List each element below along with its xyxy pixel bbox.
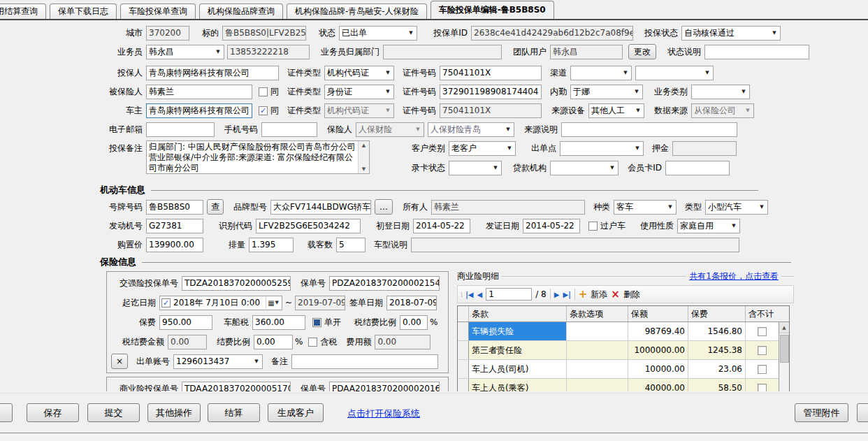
nodeduct-checkbox[interactable] (758, 327, 767, 336)
chevron-down-icon[interactable]: ▼ (702, 66, 713, 80)
nodeduct-checkbox[interactable] (758, 384, 767, 392)
model-ellipsis-button[interactable]: … (375, 199, 393, 215)
comp-tax-field[interactable]: 360.00 (252, 315, 305, 330)
submit-button[interactable]: 提交 (87, 403, 140, 422)
transfer-checkbox[interactable] (588, 222, 598, 231)
insured-cert-type-select[interactable]: 身份证▼ (324, 85, 394, 99)
issue-point-select[interactable]: ▼ (560, 141, 644, 156)
settle-button[interactable]: 结算 (208, 403, 260, 422)
cert-date-field[interactable]: 2014-05-22 (523, 219, 580, 233)
save-button[interactable]: 保存 (27, 403, 79, 422)
partial-right-button[interactable] (857, 403, 868, 422)
add-icon[interactable]: + (579, 290, 588, 298)
tab-policy-download-log[interactable]: 保单下载日志 (50, 3, 117, 19)
col-amount[interactable]: 保额 (628, 306, 688, 321)
amount-cell[interactable]: 10000.00 (628, 360, 688, 378)
comm-appno-field[interactable]: TDAA201837020000517010 (182, 382, 291, 392)
fee-ratio-field[interactable]: 0.00 (254, 335, 293, 349)
owner-field[interactable]: 青岛康特网络科技有限公司 (146, 103, 252, 118)
account-select[interactable]: 1296013437▼ (173, 354, 263, 369)
chevron-down-icon[interactable]: ▼ (251, 355, 262, 368)
card-status-select[interactable]: ▼ (449, 161, 502, 175)
nav-prev-button[interactable]: ◀ (477, 291, 483, 298)
insured-same-checkbox[interactable] (259, 87, 268, 96)
clause-cell[interactable]: 车辆损失险 (469, 322, 567, 340)
chevron-down-icon[interactable]: ▼ (769, 27, 780, 40)
tab-brand-query[interactable]: 机构保险品牌查询 (199, 3, 283, 19)
displacement-field[interactable]: 1.395 (249, 238, 294, 252)
insured-field[interactable]: 韩素兰 (146, 85, 252, 99)
first-reg-field[interactable]: 2014-05-22 (413, 219, 470, 233)
close-button[interactable]: × (111, 354, 128, 369)
premium-cell[interactable]: 1245.38 (688, 341, 746, 359)
chevron-down-icon[interactable]: ▼ (382, 66, 393, 80)
chevron-down-icon[interactable]: ▼ (490, 161, 501, 175)
price-field[interactable]: 139900.00 (146, 238, 203, 252)
add-button[interactable]: 新添 (591, 289, 607, 301)
nav-last-button[interactable]: ▶| (563, 291, 570, 298)
chevron-down-icon[interactable]: ▼ (631, 85, 642, 99)
member-id-field[interactable] (665, 161, 730, 175)
scroll-down-icon[interactable]: ▼ (362, 165, 366, 173)
tab-brand-picc[interactable]: 机构保险品牌-青岛融安-人保财险 (287, 3, 427, 19)
plate-field[interactable]: 鲁B5B8S0 (146, 200, 203, 215)
chevron-down-icon[interactable]: ▼ (212, 45, 224, 59)
source-note-field[interactable] (561, 122, 737, 137)
row-selector[interactable] (458, 360, 469, 378)
delete-icon[interactable]: × (611, 290, 620, 298)
status-note-field[interactable] (704, 45, 809, 59)
applicant-field[interactable]: 青岛康特网络科技有限公司 (146, 66, 279, 80)
row-selector[interactable] (458, 379, 469, 391)
comp-policyno-field[interactable]: PDZA201837020000215438 (329, 276, 440, 291)
option-cell[interactable] (567, 322, 628, 340)
remark-scrollbar[interactable]: ▲ ▼ (358, 141, 369, 173)
clause-cell[interactable]: 车上人员(司机) (469, 360, 567, 378)
chevron-down-icon[interactable]: ▼ (504, 142, 515, 155)
chevron-down-icon[interactable]: ▼ (620, 66, 631, 80)
chevron-down-icon[interactable]: ▼ (607, 161, 618, 175)
other-actions-button[interactable]: 其他操作 (147, 403, 201, 422)
comp-appno-field[interactable]: TDZA201837020000525987 (182, 276, 291, 291)
app-status-select[interactable]: 自动核保通过▼ (681, 26, 781, 41)
vin-field[interactable]: LFV2B25G6E5034242 (256, 219, 361, 233)
scrollbar-thumb[interactable] (780, 335, 789, 363)
option-cell[interactable] (567, 341, 628, 359)
option-cell[interactable] (567, 379, 628, 391)
nav-next-button[interactable]: ▶ (554, 291, 560, 298)
kind-select[interactable]: 客车▼ (614, 200, 677, 215)
owner-same-checkbox[interactable]: ✓ (259, 106, 268, 115)
comp-premium-field[interactable]: 950.00 (159, 315, 212, 330)
type-select[interactable]: 小型汽车▼ (705, 200, 768, 215)
premium-cell[interactable]: 23.06 (688, 360, 746, 378)
tab-settlement-query[interactable]: 用结算查询 (0, 3, 46, 19)
tab-application-query[interactable]: 车险投保单查询 (120, 3, 196, 19)
row-selector[interactable] (458, 341, 469, 359)
table-row[interactable]: 车上人员(司机) 10000.00 23.06 (458, 360, 779, 379)
loan-org-select[interactable]: ▼ (550, 161, 619, 175)
seats-field[interactable]: 5 (336, 238, 366, 252)
customer-type-select[interactable]: 老客户▼ (449, 141, 516, 156)
with-tax-checkbox[interactable] (308, 338, 317, 347)
mobile-field[interactable] (261, 122, 317, 137)
nodeduct-checkbox[interactable] (758, 365, 767, 374)
applicant-cert-type-select[interactable]: 机构代码证▼ (324, 66, 394, 80)
calendar-dropdown-button[interactable]: ▦▼ (266, 297, 280, 309)
separate-checkbox[interactable] (312, 318, 321, 327)
chevron-down-icon[interactable]: ▼ (405, 27, 417, 40)
delete-button[interactable]: 删除 (623, 289, 640, 301)
amount-cell[interactable]: 98769.40 (628, 322, 688, 340)
nodeduct-checkbox[interactable] (758, 346, 767, 355)
usage-select[interactable]: 家庭自用▼ (677, 219, 740, 233)
table-row[interactable]: 第三者责任险 1000000.00 1245.38 (458, 341, 779, 360)
chevron-down-icon[interactable]: ▼ (738, 85, 749, 99)
chevron-down-icon[interactable]: ▼ (756, 201, 767, 214)
model-field[interactable]: 大众FV7144LBDWG轿车 (270, 200, 371, 215)
premium-cell[interactable]: 58.50 (688, 379, 746, 391)
engine-field[interactable]: G27381 (146, 219, 203, 233)
table-row[interactable]: 车上人员(乘客) 40000.00 58.50 (458, 379, 779, 391)
chevron-down-icon[interactable]: ▼ (632, 104, 644, 117)
generate-customer-button[interactable]: 生成客户 (268, 403, 324, 422)
biz-type-select[interactable]: ▼ (691, 85, 750, 99)
applicant-cert-no-field[interactable]: 75041101X (440, 66, 542, 80)
chevron-down-icon[interactable]: ▼ (665, 201, 676, 214)
